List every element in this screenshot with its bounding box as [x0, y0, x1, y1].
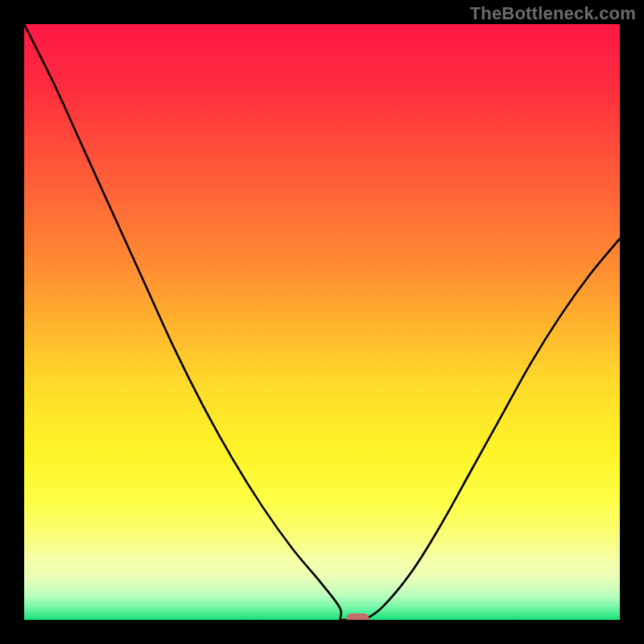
plot-background [24, 24, 620, 620]
bottleneck-chart [24, 24, 620, 620]
minimum-marker [346, 613, 369, 620]
watermark-text: TheBottleneck.com [470, 3, 636, 24]
chart-frame: TheBottleneck.com [0, 0, 644, 644]
